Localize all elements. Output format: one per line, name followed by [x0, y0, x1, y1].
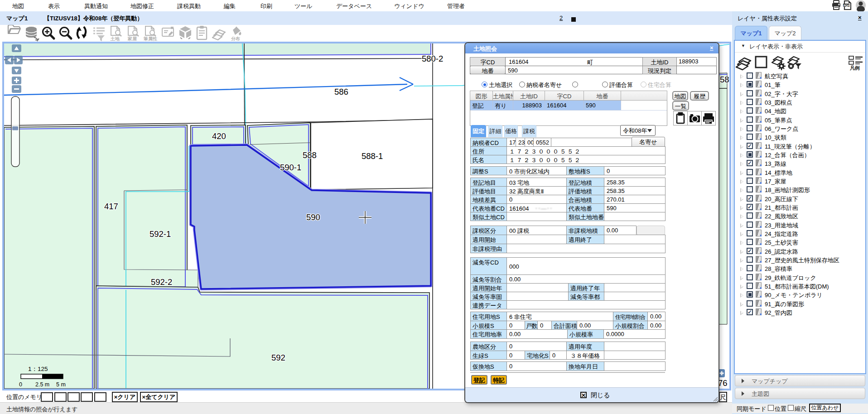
- svg-text:586: 586: [334, 87, 348, 96]
- svg-text:417: 417: [104, 202, 118, 211]
- svg-text:5 m: 5 m: [56, 381, 66, 388]
- svg-text:土地: 土地: [110, 36, 120, 41]
- svg-text:76: 76: [718, 378, 728, 388]
- svg-text:筆属性: 筆属性: [143, 36, 157, 41]
- svg-text:588-1: 588-1: [362, 151, 383, 161]
- svg-text:PDF: PDF: [844, 4, 849, 7]
- svg-text:1：125: 1：125: [28, 366, 48, 372]
- svg-text:590-1: 590-1: [280, 163, 301, 172]
- svg-text:分布: 分布: [231, 36, 240, 41]
- svg-text:凡例: 凡例: [849, 65, 860, 71]
- svg-text:580-2: 580-2: [422, 54, 443, 63]
- svg-text:家屋: 家屋: [127, 36, 137, 41]
- svg-text:588: 588: [303, 150, 317, 160]
- svg-text:58: 58: [720, 75, 729, 84]
- svg-text:0: 0: [19, 381, 22, 388]
- svg-text:592-1: 592-1: [149, 229, 171, 239]
- svg-text:592: 592: [271, 353, 285, 362]
- svg-text:420: 420: [212, 131, 226, 141]
- svg-text:590: 590: [306, 212, 320, 222]
- svg-text:2.5 m: 2.5 m: [35, 381, 49, 388]
- svg-text:592-2: 592-2: [151, 277, 172, 287]
